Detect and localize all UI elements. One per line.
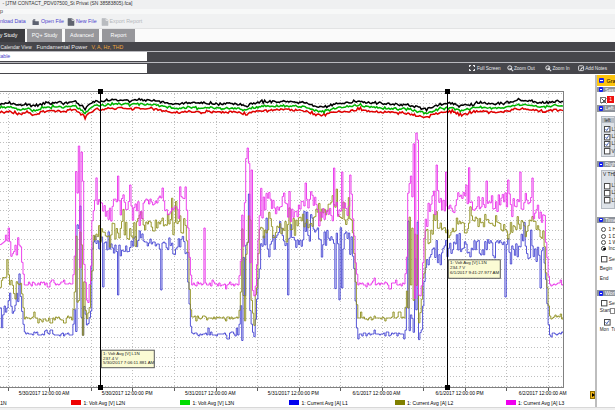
svg-text:6/1/2017 12:00:00 PM: 6/1/2017 12:00:00 PM (435, 391, 483, 396)
svg-text:1: Volt Avg [V] L2N: 1: Volt Avg [V] L2N (84, 400, 126, 406)
svg-text:5/30/2017 7:06:11.881 AM: 5/30/2017 7:06:11.881 AM (103, 360, 155, 365)
svg-text:5/30/2017 12:00:00 PM: 5/30/2017 12:00:00 PM (102, 391, 153, 396)
svg-text:1: Current Avg [A] L3: 1: Current Avg [A] L3 (518, 400, 565, 406)
svg-text:5/30/2017 12:00:00 AM: 5/30/2017 12:00:00 AM (19, 391, 70, 396)
svg-text:1: Volt Avg [V] L3N: 1: Volt Avg [V] L3N (193, 400, 235, 406)
svg-text:5/31/2017 12:00:00 AM: 5/31/2017 12:00:00 AM (185, 391, 236, 396)
svg-text:1: Volt Avg [V] L1N: 1: Volt Avg [V] L1N (0, 400, 7, 406)
svg-text:6/2/2017 12:00:00 AM: 6/2/2017 12:00:00 AM (519, 391, 567, 396)
svg-text:6/1/2017 9:41:27.977 AM: 6/1/2017 9:41:27.977 AM (450, 270, 499, 275)
svg-text:5/31/2017 12:00:00 PM: 5/31/2017 12:00:00 PM (268, 391, 319, 396)
svg-text:1: Current Avg [A] L1: 1: Current Avg [A] L1 (302, 400, 349, 406)
svg-text:6/1/2017 12:00:00 AM: 6/1/2017 12:00:00 AM (352, 391, 400, 396)
svg-text:1: Current Avg [A] L2: 1: Current Avg [A] L2 (407, 400, 454, 406)
